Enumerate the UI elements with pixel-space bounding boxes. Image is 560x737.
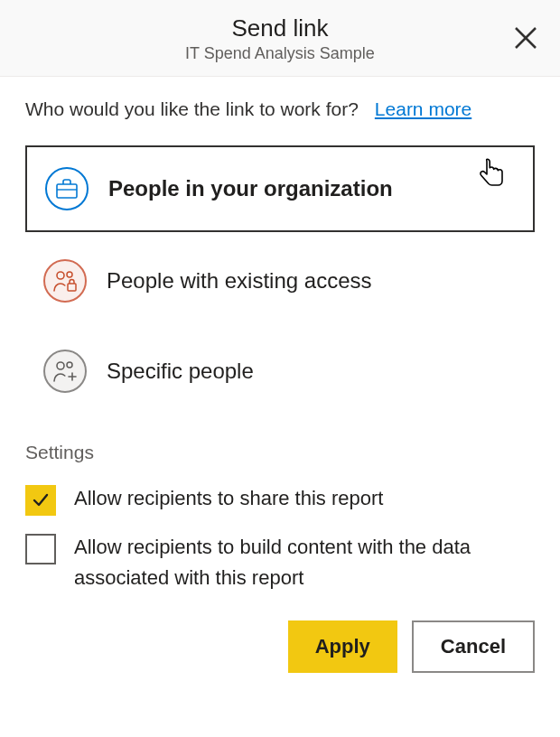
check-icon <box>31 490 51 510</box>
svg-point-7 <box>57 362 64 369</box>
checkbox-row-allow-share: Allow recipients to share this report <box>25 483 535 516</box>
close-icon <box>514 26 537 50</box>
option-label: Specific people <box>107 359 254 384</box>
svg-point-5 <box>67 272 72 277</box>
dialog-content: Who would you like the link to work for?… <box>0 77 560 698</box>
checkbox-label: Allow recipients to build content with t… <box>74 532 535 593</box>
svg-rect-2 <box>57 184 77 198</box>
cancel-button[interactable]: Cancel <box>412 620 535 673</box>
option-people-existing-access[interactable]: People with existing access <box>25 239 535 322</box>
svg-rect-6 <box>68 284 76 291</box>
option-people-in-organization[interactable]: People in your organization <box>25 145 535 232</box>
settings-heading: Settings <box>25 442 535 463</box>
learn-more-link[interactable]: Learn more <box>375 98 471 120</box>
close-button[interactable] <box>509 22 542 54</box>
prompt-row: Who would you like the link to work for?… <box>25 98 535 120</box>
option-label: People with existing access <box>107 268 371 294</box>
checkbox-allow-share[interactable] <box>25 485 56 516</box>
checkbox-allow-build[interactable] <box>25 534 56 564</box>
svg-point-4 <box>57 272 64 279</box>
button-row: Apply Cancel <box>25 620 535 673</box>
people-lock-icon <box>43 259 87 303</box>
option-specific-people[interactable]: Specific people <box>25 330 535 413</box>
checkbox-row-allow-build: Allow recipients to build content with t… <box>25 532 535 593</box>
dialog-title: Send link <box>22 14 538 42</box>
option-label: People in your organization <box>108 176 393 201</box>
people-add-icon <box>43 350 87 393</box>
dialog-subtitle: IT Spend Analysis Sample <box>22 44 538 63</box>
svg-point-8 <box>67 362 72 368</box>
apply-button[interactable]: Apply <box>288 620 397 673</box>
prompt-text: Who would you like the link to work for? <box>25 98 359 120</box>
dialog-header: Send link IT Spend Analysis Sample <box>0 0 560 77</box>
briefcase-icon <box>45 167 89 210</box>
cursor-hand-icon <box>475 156 508 196</box>
checkbox-label: Allow recipients to share this report <box>74 483 383 514</box>
